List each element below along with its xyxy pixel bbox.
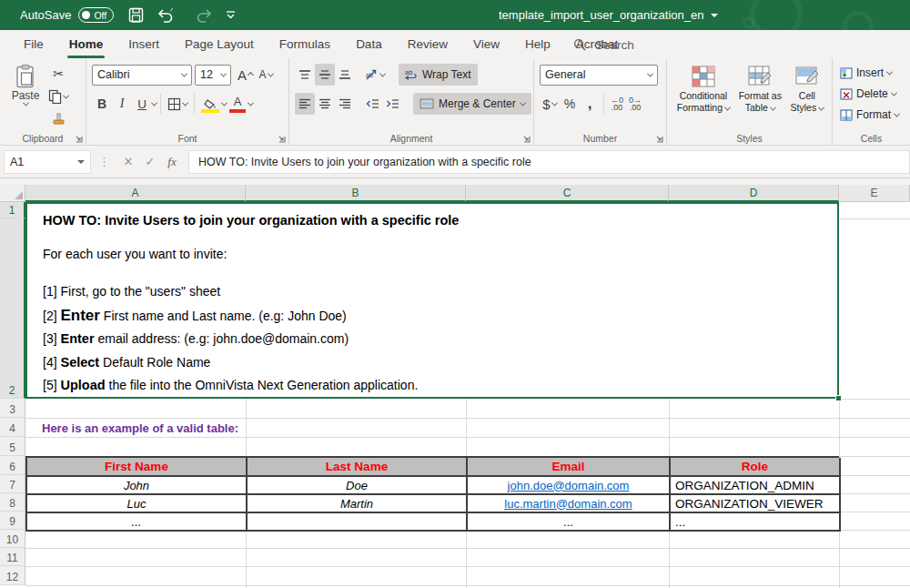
number-format-select[interactable]: General <box>540 65 658 86</box>
table-cell-last-2[interactable] <box>248 513 468 532</box>
font-name-select[interactable]: Calibri <box>92 65 192 86</box>
save-button[interactable] <box>128 5 144 26</box>
row-header-11[interactable]: 11 <box>0 548 25 566</box>
delete-cells-button[interactable]: Delete <box>838 85 906 103</box>
cut-button[interactable]: ✂ <box>46 64 71 84</box>
conditional-formatting-button[interactable]: Conditional Formatting <box>677 62 730 130</box>
fill-color-button[interactable] <box>198 93 222 115</box>
tab-home[interactable]: Home <box>56 30 116 58</box>
table-cell-header-last-name[interactable]: Last Name <box>248 458 468 477</box>
tab-review[interactable]: Review <box>395 30 460 58</box>
table-cell-role-0[interactable]: ORGANIZATION_ADMIN <box>671 477 841 495</box>
tab-view[interactable]: View <box>460 30 512 58</box>
accounting-format-button[interactable]: $ <box>540 93 560 115</box>
decrease-indent-button[interactable] <box>362 93 382 115</box>
italic-button[interactable]: I <box>112 93 132 115</box>
bold-button[interactable]: B <box>92 93 112 115</box>
row-header-2[interactable]: 2 <box>0 218 25 399</box>
table-cell-last-0[interactable]: Doe <box>248 477 468 495</box>
font-color-button[interactable]: A <box>227 93 248 115</box>
decrease-decimal-button[interactable]: 0→ .00 <box>626 95 644 113</box>
autosave-toggle[interactable]: Off <box>78 7 114 23</box>
row-header-5[interactable]: 5 <box>0 437 25 456</box>
bottom-align-button[interactable] <box>335 64 355 86</box>
comma-style-button[interactable]: , <box>580 93 600 115</box>
table-cell-first-1[interactable]: Luc <box>27 495 248 513</box>
percent-style-button[interactable]: % <box>560 93 580 115</box>
align-right-button[interactable] <box>335 93 355 115</box>
font-size-select[interactable]: 12 <box>195 65 231 86</box>
cancel-button[interactable]: ✕ <box>117 150 139 174</box>
column-header-C[interactable]: C <box>466 185 669 202</box>
row-header-3[interactable]: 3 <box>0 399 25 418</box>
column-header-B[interactable]: B <box>246 185 466 202</box>
align-left-button[interactable] <box>295 93 315 115</box>
font-dialog-launcher[interactable] <box>278 135 286 143</box>
format-cells-button[interactable]: Format <box>838 106 906 124</box>
alignment-dialog-launcher[interactable] <box>522 135 531 143</box>
formula-bar-splitter[interactable]: ⋮ <box>91 155 117 168</box>
insert-cells-button[interactable]: Insert <box>838 64 906 82</box>
clipboard-dialog-launcher[interactable] <box>75 135 83 143</box>
email-link[interactable]: luc.martin@domain.com <box>504 497 632 511</box>
table-cell-email-0[interactable]: john.doe@domain.com <box>468 477 671 495</box>
tab-page-layout[interactable]: Page Layout <box>172 30 267 58</box>
table-cell-header-role[interactable]: Role <box>671 458 841 477</box>
middle-align-button[interactable] <box>315 64 335 86</box>
format-painter-button[interactable] <box>46 110 71 130</box>
increase-decimal-button[interactable]: ←0 .00 <box>608 95 626 113</box>
decrease-font-button[interactable]: A <box>256 64 276 86</box>
row-header-9[interactable]: 9 <box>0 512 25 530</box>
row-header-7[interactable]: 7 <box>0 475 25 493</box>
underline-button[interactable]: U <box>132 93 152 115</box>
row-header-12[interactable]: 12 <box>0 566 25 585</box>
table-cell-header-first-name[interactable]: First Name <box>27 458 248 477</box>
paste-button[interactable]: Paste <box>5 64 46 129</box>
column-header-A[interactable]: A <box>25 185 246 202</box>
table-cell-first-2[interactable]: ... <box>27 513 248 532</box>
table-cell-email-2[interactable]: ... <box>468 513 671 532</box>
tab-help[interactable]: Help <box>512 30 563 58</box>
table-cell-header-email[interactable]: Email <box>468 458 671 477</box>
row-header-4[interactable]: 4 <box>0 418 25 437</box>
customize-quick-access-button[interactable] <box>226 5 236 26</box>
align-center-button[interactable] <box>315 93 335 115</box>
format-as-table-button[interactable]: Format as Table <box>739 62 782 130</box>
row-header-6[interactable]: 6 <box>0 456 25 475</box>
formula-input[interactable]: HOW TO: Invite Users to join your organi… <box>188 150 910 174</box>
wrap-text-button[interactable]: ab Wrap Text <box>399 64 478 86</box>
example-caption-cell[interactable]: Here is an example of a valid table: <box>42 419 238 438</box>
instructions-merged-cell[interactable]: HOW TO: Invite Users to join your organi… <box>25 202 839 399</box>
insert-function-button[interactable]: fx <box>161 150 183 174</box>
row-header-8[interactable]: 8 <box>0 493 25 512</box>
orientation-button[interactable]: ab <box>362 64 388 86</box>
enter-button[interactable]: ✓ <box>139 150 161 174</box>
top-align-button[interactable] <box>295 64 315 86</box>
email-link[interactable]: john.doe@domain.com <box>508 479 630 492</box>
tab-formulas[interactable]: Formulas <box>267 30 343 58</box>
redo-button[interactable] <box>191 5 213 26</box>
select-all-button[interactable] <box>0 185 25 202</box>
tab-data[interactable]: Data <box>343 30 395 58</box>
undo-button[interactable] <box>157 5 178 26</box>
selection-fill-handle[interactable] <box>835 395 842 401</box>
search-box[interactable]: Search <box>566 34 642 56</box>
borders-button[interactable] <box>165 93 190 115</box>
increase-indent-button[interactable] <box>382 93 402 115</box>
increase-font-button[interactable]: A <box>235 64 256 86</box>
row-header-1[interactable]: 1 <box>0 202 25 218</box>
table-cell-last-1[interactable]: Martin <box>248 495 468 513</box>
number-dialog-launcher[interactable] <box>655 135 663 143</box>
table-cell-first-0[interactable]: John <box>27 477 248 495</box>
row-header-10[interactable]: 10 <box>0 530 25 548</box>
cell-styles-button[interactable]: Cell Styles <box>791 62 824 130</box>
column-header-E[interactable]: E <box>839 185 910 202</box>
merge-center-button[interactable]: Merge & Center <box>413 93 531 115</box>
table-cell-role-2[interactable]: ... <box>671 513 841 532</box>
copy-button[interactable] <box>46 86 71 106</box>
table-cell-email-1[interactable]: luc.martin@domain.com <box>468 495 671 513</box>
name-box[interactable]: A1 <box>4 150 91 174</box>
tab-file[interactable]: File <box>11 30 56 58</box>
tab-insert[interactable]: Insert <box>116 30 172 58</box>
table-cell-role-1[interactable]: ORGANIZATION_VIEWER <box>671 495 841 513</box>
